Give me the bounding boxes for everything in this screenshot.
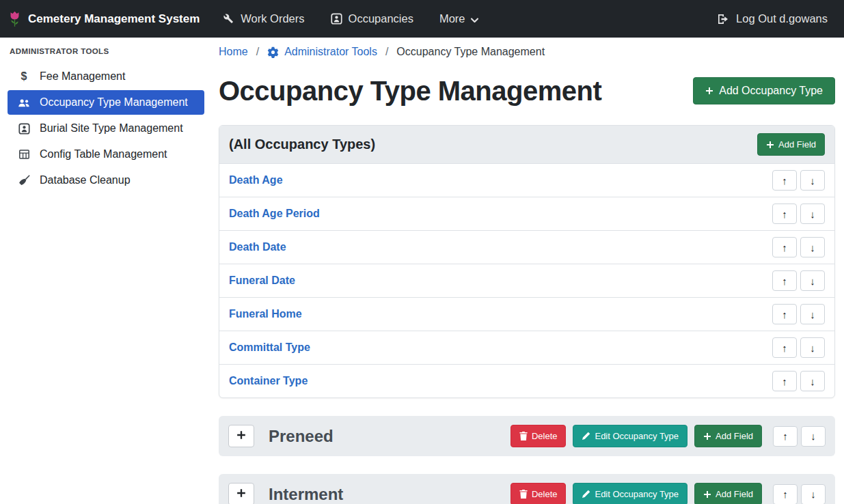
arrow-up-icon: ↑ (782, 208, 787, 220)
move-down-button[interactable]: ↓ (800, 170, 825, 191)
logout-label: Log Out d.gowans (736, 12, 828, 25)
delete-occupancy-type-button[interactable]: Delete (511, 425, 567, 447)
field-link[interactable]: Container Type (229, 375, 308, 387)
move-down-button[interactable]: ↓ (800, 204, 825, 224)
app-title[interactable]: Cemetery Management System (28, 12, 200, 26)
expand-section-button[interactable] (228, 483, 254, 504)
add-field-button[interactable]: Add Field (757, 133, 825, 156)
breadcrumb-item: / Occupancy Type Management (377, 46, 545, 58)
move-up-button[interactable]: ↑ (773, 484, 798, 504)
expand-section-button[interactable] (228, 425, 254, 447)
reorder-controls: ↑ ↓ (772, 371, 825, 391)
edit-occupancy-type-button[interactable]: Edit Occupancy Type (573, 483, 688, 504)
sidebar-header: ADMINISTRATOR TOOLS (10, 47, 212, 55)
main-content: / Home / Administrator Tools / Occupancy… (212, 38, 844, 504)
move-down-button[interactable]: ↓ (800, 237, 825, 257)
reorder-controls: ↑ ↓ (772, 304, 825, 324)
gear-icon (267, 46, 279, 58)
arrow-down-icon: ↓ (810, 242, 815, 253)
occupancy-type-section: Preneed Delete Edit Occupancy Type Add F… (219, 416, 835, 456)
plus-icon (703, 432, 711, 440)
sidebar-item[interactable]: Config Table Management (8, 142, 204, 167)
field-link[interactable]: Funeral Date (229, 275, 295, 287)
person-frame-icon (331, 13, 342, 25)
breadcrumb-label: Administrator Tools (284, 46, 377, 58)
reorder-controls: ↑ ↓ (773, 426, 826, 447)
trash-icon (519, 432, 528, 440)
move-up-button[interactable]: ↑ (773, 426, 798, 447)
move-down-button[interactable]: ↓ (800, 371, 825, 391)
plus-icon (236, 430, 246, 442)
flower-icon (8, 10, 21, 27)
move-up-button[interactable]: ↑ (772, 204, 797, 224)
breadcrumb-item[interactable]: / Administrator Tools (248, 46, 377, 58)
nav-occupancies[interactable]: Occupancies (331, 12, 413, 25)
sidebar-item-label: Burial Site Type Management (40, 122, 183, 135)
broom-icon (16, 175, 32, 186)
section-title: Interment (269, 485, 343, 504)
move-up-button[interactable]: ↑ (772, 371, 797, 391)
edit-occupancy-type-label: Edit Occupancy Type (595, 490, 679, 499)
sidebar-item[interactable]: Database Cleanup (8, 168, 204, 193)
add-occupancy-type-button[interactable]: Add Occupancy Type (693, 77, 835, 104)
field-row: Death Date ↑ ↓ (219, 231, 834, 264)
add-field-label: Add Field (716, 432, 753, 440)
edit-occupancy-type-button[interactable]: Edit Occupancy Type (573, 425, 688, 447)
delete-occupancy-type-button[interactable]: Delete (511, 483, 567, 504)
field-link[interactable]: Death Age (229, 174, 283, 186)
field-row: Funeral Date ↑ ↓ (219, 264, 834, 298)
move-up-button[interactable]: ↑ (772, 237, 797, 257)
field-row: Committal Type ↑ ↓ (219, 331, 834, 365)
users-icon (16, 98, 32, 108)
move-up-button[interactable]: ↑ (772, 337, 797, 358)
add-field-button[interactable]: Add Field (694, 425, 762, 447)
plus-icon (703, 490, 711, 499)
delete-label: Delete (532, 432, 558, 440)
add-field-label: Add Field (778, 140, 816, 149)
move-down-button[interactable]: ↓ (800, 270, 825, 291)
occupancy-type-section: Interment Delete Edit Occupancy Type Add… (219, 474, 835, 504)
arrow-up-icon: ↑ (782, 376, 787, 387)
move-up-button[interactable]: ↑ (772, 170, 797, 191)
arrow-up-icon: ↑ (782, 309, 787, 320)
move-down-button[interactable]: ↓ (801, 484, 826, 504)
field-row: Funeral Home ↑ ↓ (219, 298, 834, 331)
move-down-button[interactable]: ↓ (801, 426, 826, 447)
sidebar: ADMINISTRATOR TOOLS $ Fee Management Occ… (0, 38, 212, 504)
field-row: Container Type ↑ ↓ (219, 365, 834, 397)
arrow-up-icon: ↑ (782, 175, 787, 186)
add-field-button[interactable]: Add Field (694, 483, 762, 504)
sidebar-item[interactable]: Occupancy Type Management (8, 90, 204, 115)
nav-work-orders[interactable]: Work Orders (223, 12, 304, 25)
add-field-label: Add Field (716, 490, 753, 499)
field-row: Death Age ↑ ↓ (219, 164, 834, 197)
arrow-down-icon: ↓ (810, 275, 815, 287)
all-occupancy-types-card: (All Occupancy Types) Add Field Death Ag… (219, 125, 835, 398)
field-link[interactable]: Death Age Period (229, 208, 320, 220)
plus-icon (766, 141, 774, 149)
nav-more[interactable]: More (439, 12, 479, 25)
arrow-down-icon: ↓ (810, 208, 815, 220)
sidebar-item-label: Fee Management (40, 70, 125, 83)
sidebar-item-label: Occupancy Type Management (40, 96, 188, 109)
arrow-up-icon: ↑ (782, 488, 788, 500)
field-link[interactable]: Committal Type (229, 341, 310, 354)
move-down-button[interactable]: ↓ (800, 304, 825, 324)
nav-more-label: More (439, 12, 465, 25)
arrow-down-icon: ↓ (811, 430, 816, 442)
nav-occupancies-label: Occupancies (349, 12, 413, 25)
sidebar-item[interactable]: Burial Site Type Management (8, 116, 204, 141)
move-up-button[interactable]: ↑ (772, 304, 797, 324)
sidebar-item[interactable]: $ Fee Management (8, 64, 204, 89)
move-up-button[interactable]: ↑ (772, 270, 797, 291)
field-link[interactable]: Death Date (229, 241, 286, 253)
chevron-down-icon (470, 16, 479, 25)
sidebar-item-label: Database Cleanup (40, 174, 131, 186)
reorder-controls: ↑ ↓ (772, 270, 825, 291)
logout-button[interactable]: Log Out d.gowans (717, 12, 828, 25)
breadcrumb-label: Occupancy Type Management (396, 46, 545, 58)
move-down-button[interactable]: ↓ (800, 337, 825, 358)
breadcrumb-item[interactable]: / Home (219, 46, 248, 58)
section-actions: Delete Edit Occupancy Type Add Field ↑ ↓ (511, 483, 826, 504)
field-link[interactable]: Funeral Home (229, 308, 302, 320)
